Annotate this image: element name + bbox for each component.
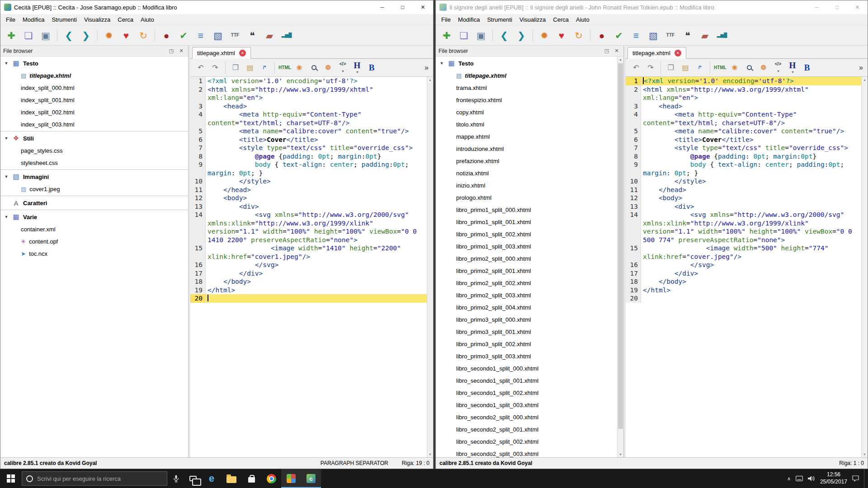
code-line[interactable]: <title>Cover</title>	[206, 136, 427, 144]
file-item[interactable]: libro_primo2_split_003.xhtml	[436, 289, 617, 301]
scroll-down-icon[interactable]: ▼	[619, 453, 622, 456]
code-line[interactable]: </style>	[641, 177, 861, 186]
insert-html-icon[interactable]: HTML	[278, 61, 292, 75]
minimize-button[interactable]: ─	[372, 0, 392, 14]
donate-heart-icon[interactable]: ♥	[553, 27, 570, 43]
comment-icon[interactable]: /*	[693, 61, 707, 75]
code-line[interactable]: <body>	[206, 194, 427, 202]
close-button[interactable]: ✕	[413, 0, 433, 14]
scroll-up-icon[interactable]: ▲	[429, 78, 432, 81]
insert-tag-icon[interactable]: </>▾	[336, 61, 349, 75]
star-icon[interactable]: ✹	[536, 27, 552, 43]
file-explorer-icon[interactable]	[222, 469, 241, 488]
special-char-icon[interactable]: ❀	[292, 61, 306, 75]
section-header-stili[interactable]: ▼❖Stili	[0, 132, 188, 145]
code-line[interactable]: <body>	[641, 194, 861, 202]
insert-image-icon[interactable]: ▧	[210, 27, 226, 43]
tab-close-icon[interactable]: ✕	[675, 50, 681, 56]
menu-strumenti[interactable]: Strumenti	[48, 15, 80, 24]
file-item[interactable]: libro_primo1_split_000.xhtml	[436, 204, 617, 216]
start-button[interactable]	[0, 469, 22, 488]
save-icon[interactable]: ▣	[473, 27, 489, 43]
section-header-caratteri[interactable]: ACaratteri	[0, 197, 188, 209]
file-item[interactable]: ▤titlepage.xhtml	[0, 70, 188, 82]
file-item[interactable]: trama.xhtml	[436, 82, 617, 94]
file-item[interactable]: ✳content.opf	[0, 235, 188, 248]
scrollbar-thumb[interactable]	[618, 63, 623, 429]
file-item[interactable]: libro_secondo2_split_001.xhtml	[436, 423, 617, 436]
file-item[interactable]: libro_secondo2_split_000.xhtml	[436, 411, 617, 423]
paste-icon[interactable]: ▤	[243, 61, 257, 75]
beautify-code-icon[interactable]: ≡	[193, 27, 209, 43]
insert-character-icon[interactable]: ❁	[321, 61, 335, 75]
paste-icon[interactable]: ▤	[679, 61, 692, 75]
file-item[interactable]: libro_primo1_split_002.xhtml	[436, 228, 617, 240]
float-panel-icon[interactable]: ◳	[603, 47, 611, 55]
open-book-icon[interactable]: ❏	[20, 27, 37, 43]
menu-file[interactable]: File	[438, 15, 454, 24]
file-item[interactable]: libro_primo3_split_000.xhtml	[436, 314, 617, 326]
smarten-punctuation-icon[interactable]: ❝	[679, 27, 696, 43]
code-line[interactable]: <html xmlns="http://www.w3.org/1999/xhtm…	[641, 85, 861, 102]
hidden-icons-chevron[interactable]: ∧	[787, 476, 791, 482]
code-line[interactable]: <image width="500" height="774" xlink:hr…	[641, 244, 861, 261]
file-item[interactable]: index_split_002.html	[0, 106, 188, 118]
file-item[interactable]: mappe.xhtml	[436, 131, 617, 143]
touch-keyboard-icon[interactable]	[796, 476, 803, 481]
code-editor[interactable]: 1<?xml version='1.0' encoding='utf-8'?>2…	[190, 77, 427, 457]
beautify-code-icon[interactable]: ≡	[628, 27, 644, 43]
code-line[interactable]: <meta name="calibre:cover" content="true…	[206, 127, 427, 136]
code-line[interactable]: <div>	[641, 202, 861, 211]
file-item[interactable]: libro_primo3_split_001.xhtml	[436, 326, 617, 338]
file-item[interactable]: copy.xhtml	[436, 106, 617, 118]
code-line[interactable]: <meta http-equiv="Content-Type" content=…	[206, 110, 427, 127]
reports-icon[interactable]: ▂▅█	[278, 27, 295, 43]
file-item[interactable]: libro_secondo1_split_001.xhtml	[436, 375, 617, 387]
code-line[interactable]: </html>	[206, 286, 427, 295]
expander-icon[interactable]: ▼	[4, 136, 9, 141]
code-line[interactable]	[206, 294, 427, 303]
code-line[interactable]: </style>	[206, 177, 427, 186]
edge-icon[interactable]: e	[202, 469, 222, 488]
code-line[interactable]: </svg>	[206, 261, 427, 269]
code-line[interactable]: <head>	[641, 102, 861, 111]
file-item[interactable]: libro_secondo1_split_002.xhtml	[436, 387, 617, 399]
file-item[interactable]: libro_primo3_split_003.xhtml	[436, 350, 617, 362]
code-line[interactable]: <div>	[206, 202, 427, 211]
check-book-icon[interactable]: ●	[594, 27, 610, 43]
file-item[interactable]: stylesheet.css	[0, 157, 188, 169]
code-line[interactable]: </head>	[206, 186, 427, 194]
heading-icon[interactable]: H▾	[350, 61, 364, 75]
file-item[interactable]: ➤toc.ncx	[0, 248, 188, 260]
file-item[interactable]: libro_primo2_split_001.xhtml	[436, 265, 617, 277]
menu-modifica[interactable]: Modifica	[454, 15, 483, 24]
code-line[interactable]: <svg xmlns="http://www.w3.org/2000/svg" …	[641, 211, 861, 244]
section-header-testo[interactable]: ▼▦Testo	[436, 57, 617, 70]
go-back-icon[interactable]: ❮	[496, 27, 512, 43]
code-line[interactable]: @page {padding: 0pt; margin:0pt}	[641, 152, 861, 161]
embed-fonts-icon[interactable]: TTF	[227, 27, 243, 43]
file-item[interactable]: prologo.xhtml	[436, 192, 617, 204]
special-char-icon[interactable]: ❀	[728, 61, 741, 75]
bold-icon[interactable]: B	[365, 61, 378, 75]
star-icon[interactable]: ✹	[101, 27, 117, 43]
code-line[interactable]: <svg xmlns="http://www.w3.org/2000/svg" …	[206, 211, 427, 244]
maximize-button[interactable]: □	[827, 0, 847, 14]
code-line[interactable]: <meta http-equiv="Content-Type" content=…	[641, 110, 861, 127]
menu-visualizza[interactable]: Visualizza	[516, 15, 549, 24]
section-header-immagini[interactable]: ▼▧Immagini	[0, 170, 188, 183]
spellcheck-icon[interactable]: ✔	[175, 27, 192, 43]
copy-icon[interactable]: ❐	[229, 61, 242, 75]
tab-titlepage[interactable]: titlepage.xhtml ✕	[192, 47, 251, 59]
menu-aiuto[interactable]: Aiuto	[137, 15, 158, 24]
code-line[interactable]: body { text-align: center; padding:0pt; …	[206, 160, 427, 177]
mic-button[interactable]	[167, 469, 184, 488]
toolbar-overflow-chevron[interactable]: »	[424, 64, 429, 72]
code-line[interactable]: </div>	[641, 269, 861, 278]
code-line[interactable]: <style type="text/css" title="override_c…	[641, 144, 861, 152]
spellcheck-icon[interactable]: ✔	[611, 27, 627, 43]
code-line[interactable]: </body>	[641, 277, 861, 286]
expander-icon[interactable]: ▼	[4, 174, 9, 179]
find-icon[interactable]	[742, 61, 756, 75]
go-forward-icon[interactable]: ❯	[78, 27, 94, 43]
